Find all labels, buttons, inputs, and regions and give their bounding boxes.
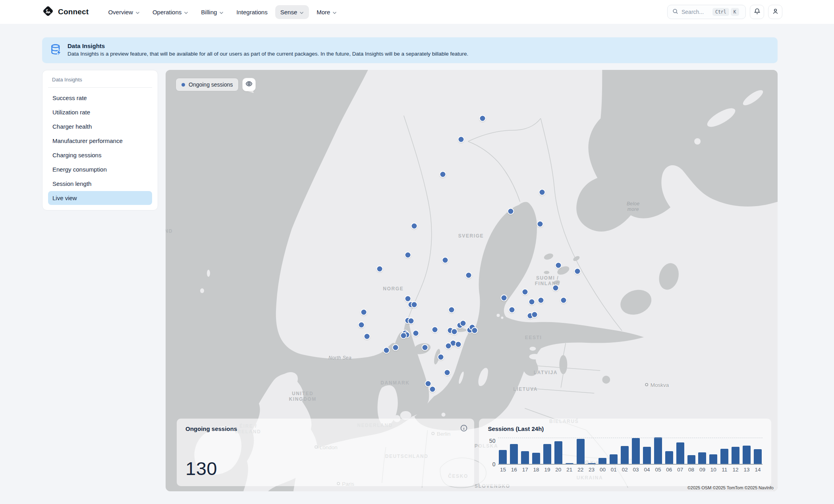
session-dot[interactable] xyxy=(459,320,466,326)
session-dot[interactable] xyxy=(383,347,390,353)
nav-item-billing[interactable]: Billing xyxy=(196,5,229,19)
session-dot[interactable] xyxy=(440,171,446,178)
nav-item-overview[interactable]: Overview xyxy=(103,5,145,19)
session-dot[interactable] xyxy=(537,297,544,304)
sessions-bar-plot xyxy=(498,438,763,465)
session-dot[interactable] xyxy=(555,262,562,269)
session-dot[interactable] xyxy=(376,265,383,272)
x-tick-19: 19 xyxy=(543,467,551,473)
bar-hour-00 xyxy=(598,458,606,464)
session-dot[interactable] xyxy=(405,251,411,258)
session-dot[interactable] xyxy=(531,311,538,318)
nav-item-operations[interactable]: Operations xyxy=(147,5,193,19)
session-dot[interactable] xyxy=(442,257,449,263)
bar-hour-16 xyxy=(510,444,518,464)
data-insights-banner: Data Insights Data Insights is a preview… xyxy=(42,37,778,63)
x-tick-04: 04 xyxy=(643,467,651,473)
brand[interactable]: e Connect xyxy=(42,5,89,19)
session-dot[interactable] xyxy=(528,298,535,305)
bar-hour-15 xyxy=(499,450,507,464)
session-dot[interactable] xyxy=(411,301,417,308)
bar-hour-20 xyxy=(554,441,562,464)
session-dot[interactable] xyxy=(400,332,407,339)
toggle-visibility-button[interactable] xyxy=(242,78,256,91)
bar-hour-05 xyxy=(654,437,662,464)
sidebar-item-charger-health[interactable]: Charger health xyxy=(48,120,152,133)
bar-hour-18 xyxy=(532,453,540,464)
live-view-map[interactable]: SVERIGENORGESUOMI / FINLANDEESTILATVIJAL… xyxy=(166,70,778,491)
sidebar-item-charging-sessions[interactable]: Charging sessions xyxy=(48,148,152,162)
session-dot[interactable] xyxy=(432,326,438,333)
account-button[interactable] xyxy=(768,5,782,19)
ongoing-sessions-title: Ongoing sessions xyxy=(185,425,465,432)
sessions-chart-card: Sessions (Last 24h) 50 0 151617181920212… xyxy=(479,419,771,486)
nav-item-more[interactable]: More xyxy=(311,5,342,19)
session-dot[interactable] xyxy=(521,289,528,295)
chevron-down-icon xyxy=(299,9,304,15)
session-dot[interactable] xyxy=(407,318,414,324)
session-dot[interactable] xyxy=(458,136,465,143)
sidebar-item-success-rate[interactable]: Success rate xyxy=(48,91,152,105)
x-tick-18: 18 xyxy=(532,467,540,473)
session-dot[interactable] xyxy=(539,189,545,195)
sidebar-title: Data Insights xyxy=(48,76,152,87)
x-tick-02: 02 xyxy=(621,467,629,473)
x-tick-22: 22 xyxy=(577,467,585,473)
session-dot[interactable] xyxy=(537,221,544,228)
notifications-button[interactable] xyxy=(750,5,764,19)
session-dot[interactable] xyxy=(429,386,436,393)
session-dot[interactable] xyxy=(508,208,514,215)
session-dot[interactable] xyxy=(552,284,559,291)
session-dot[interactable] xyxy=(448,306,455,313)
nav-item-sense[interactable]: Sense xyxy=(275,5,309,19)
top-header: e Connect OverviewOperationsBillingInteg… xyxy=(0,0,834,24)
session-dot[interactable] xyxy=(479,115,486,122)
info-icon[interactable] xyxy=(460,424,468,434)
search-shortcut: CtrlK xyxy=(712,8,739,16)
session-dot[interactable] xyxy=(444,369,450,376)
header-actions: CtrlK xyxy=(667,5,782,19)
session-dot[interactable] xyxy=(363,333,370,340)
sidebar-item-live-view[interactable]: Live view xyxy=(48,191,152,205)
bar-hour-06 xyxy=(665,451,673,464)
chevron-down-icon xyxy=(332,9,337,15)
session-dot[interactable] xyxy=(411,222,417,229)
session-dot[interactable] xyxy=(451,328,458,335)
x-tick-20: 20 xyxy=(554,467,562,473)
session-dot[interactable] xyxy=(560,297,567,304)
session-dot[interactable] xyxy=(509,306,515,313)
session-dot[interactable] xyxy=(422,344,429,351)
x-tick-21: 21 xyxy=(566,467,573,473)
session-dot[interactable] xyxy=(574,268,581,275)
user-icon xyxy=(772,8,779,16)
session-dot[interactable] xyxy=(471,327,478,334)
session-dot[interactable] xyxy=(455,341,461,348)
chevron-down-icon xyxy=(184,9,188,15)
session-dot[interactable] xyxy=(501,295,508,301)
x-tick-12: 12 xyxy=(732,467,739,473)
x-tick-00: 00 xyxy=(598,467,606,473)
sidebar-item-session-length[interactable]: Session length xyxy=(48,177,152,191)
session-dot[interactable] xyxy=(465,272,472,278)
sidebar-item-utilization-rate[interactable]: Utilization rate xyxy=(48,105,152,119)
legend-ongoing-sessions[interactable]: Ongoing sessions xyxy=(176,78,238,91)
x-tick-15: 15 xyxy=(499,467,507,473)
search-input[interactable] xyxy=(681,9,709,15)
x-tick-03: 03 xyxy=(632,467,640,473)
session-dot[interactable] xyxy=(438,353,444,360)
x-tick-05: 05 xyxy=(654,467,662,473)
sidebar-item-manufacturer-performance[interactable]: Manufacturer performance xyxy=(48,134,152,148)
bar-hour-23 xyxy=(588,463,596,464)
session-dot[interactable] xyxy=(392,344,399,351)
ongoing-sessions-value: 130 xyxy=(185,458,465,479)
session-dot[interactable] xyxy=(413,330,419,337)
session-dot[interactable] xyxy=(358,321,365,328)
sidebar-item-energy-consumption[interactable]: Energy consumption xyxy=(48,162,152,176)
nav-item-integrations[interactable]: Integrations xyxy=(231,5,272,19)
search-box[interactable]: CtrlK xyxy=(667,5,746,19)
session-dot[interactable] xyxy=(445,342,452,349)
bar-hour-22 xyxy=(577,439,585,464)
session-dot[interactable] xyxy=(361,309,367,316)
bar-hour-14 xyxy=(754,449,762,464)
legend-label: Ongoing sessions xyxy=(189,81,233,88)
